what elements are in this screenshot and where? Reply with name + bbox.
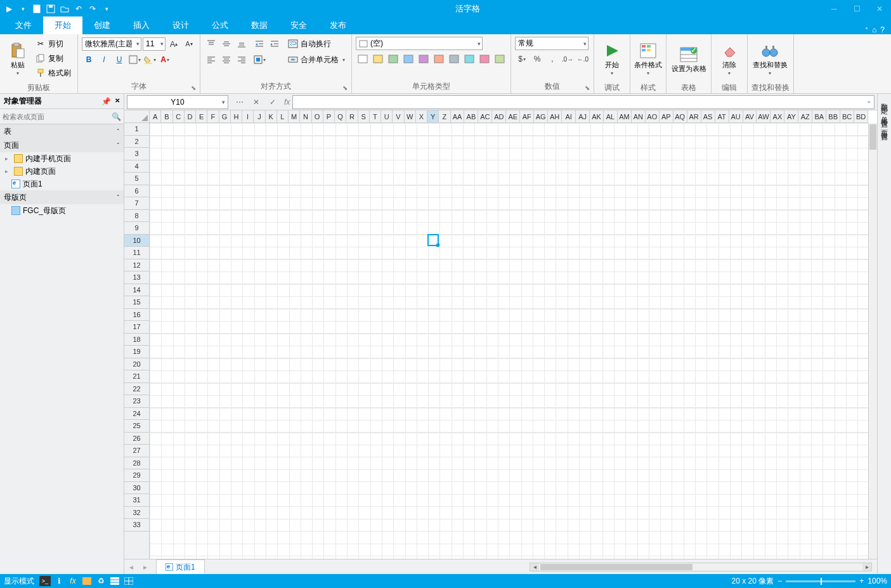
cut-button[interactable]: ✂剪切 [33, 37, 74, 51]
hscroll-right-icon[interactable]: ▸ [862, 563, 871, 571]
sheet-nav-next[interactable]: ▸ [138, 563, 152, 572]
row-header[interactable]: 12 [124, 259, 149, 272]
col-header[interactable]: I [242, 110, 254, 122]
row-header[interactable]: 21 [124, 370, 149, 383]
horizontal-scrollbar[interactable]: ◂ ▸ [530, 563, 872, 572]
search-icon[interactable]: 🔍 [108, 112, 124, 121]
row-header[interactable]: 5 [124, 173, 149, 185]
celltype-gallery-7[interactable] [462, 52, 476, 66]
undo-icon[interactable]: ↶ [72, 3, 85, 15]
spreadsheet-grid[interactable]: ABCDEFGHIJKLMNOPQRSTUVWXYZAAABACADAEAFAG… [124, 110, 877, 559]
col-header[interactable]: AJ [576, 110, 590, 122]
number-dialog-launcher[interactable]: ⬊ [585, 84, 590, 91]
name-box[interactable]: Y10 [127, 95, 228, 109]
maximize-button[interactable]: ☐ [845, 0, 868, 18]
col-header[interactable]: V [393, 110, 404, 122]
row-header[interactable]: 7 [124, 197, 149, 210]
currency-icon[interactable]: $ [515, 52, 529, 66]
status-table-icon[interactable] [109, 576, 120, 586]
align-left-icon[interactable] [204, 53, 218, 67]
row-header[interactable]: 31 [124, 494, 149, 507]
increase-font-icon[interactable]: A▴ [167, 37, 181, 51]
celltype-gallery-3[interactable] [401, 52, 415, 66]
confirm-edit-icon[interactable]: ✓ [265, 96, 280, 108]
row-header[interactable]: 30 [124, 482, 149, 495]
tree-master1[interactable]: FGC_母版页 [0, 204, 124, 217]
wrap-text-button[interactable]: 自动换行 [285, 37, 348, 51]
row-header[interactable]: 14 [124, 284, 149, 297]
run-icon[interactable]: ▶ [3, 3, 15, 15]
comma-icon[interactable]: , [545, 52, 559, 66]
col-header[interactable]: AV [743, 110, 757, 122]
row-header[interactable]: 19 [124, 346, 149, 358]
border-button[interactable] [127, 53, 141, 67]
celltype-gallery-6[interactable] [447, 52, 461, 66]
row-header[interactable]: 18 [124, 334, 149, 346]
row-header[interactable]: 25 [124, 420, 149, 433]
align-right-icon[interactable] [235, 53, 249, 67]
row-header[interactable]: 22 [124, 383, 149, 396]
col-header[interactable]: BB [826, 110, 840, 122]
minimize-button[interactable]: ─ [823, 0, 845, 18]
align-dialog-launcher[interactable]: ⬊ [342, 84, 348, 91]
col-header[interactable]: BA [812, 110, 826, 122]
font-family-select[interactable]: 微软雅黑(主题字体) [82, 37, 141, 51]
col-header[interactable]: AA [451, 110, 465, 122]
col-header[interactable]: AL [604, 110, 618, 122]
col-header[interactable]: M [289, 110, 300, 122]
copy-button[interactable]: 复制 [33, 51, 74, 65]
menu-tab-2[interactable]: 创建 [82, 16, 122, 34]
row-header[interactable]: 23 [124, 395, 149, 408]
col-header[interactable]: A [150, 110, 161, 122]
vertical-scrollbar[interactable] [868, 123, 877, 559]
help-icon[interactable]: ? [880, 25, 885, 34]
col-header[interactable]: AO [646, 110, 660, 122]
col-header[interactable]: Z [439, 110, 450, 122]
celltype-gallery-4[interactable] [417, 52, 431, 66]
col-header[interactable]: AQ [673, 110, 687, 122]
open-icon[interactable] [58, 3, 71, 15]
celltype-gallery-8[interactable] [478, 52, 491, 66]
col-header[interactable]: AE [506, 110, 520, 122]
tree-page1[interactable]: 页面1 [0, 178, 124, 190]
row-header[interactable]: 17 [124, 321, 149, 334]
col-header[interactable]: BD [854, 110, 868, 122]
col-header[interactable]: B [161, 110, 172, 122]
col-header[interactable]: P [323, 110, 335, 122]
row-header[interactable]: 33 [124, 519, 149, 532]
menu-tab-0[interactable]: 文件 [4, 16, 43, 34]
qat-more-icon[interactable]: ▾ [100, 3, 113, 15]
align-center-icon[interactable] [219, 53, 233, 67]
format-painter-button[interactable]: 格式刷 [33, 66, 74, 80]
tree-mobile-pages[interactable]: ▸内建手机页面 [0, 152, 124, 165]
redo-icon[interactable]: ↷ [86, 3, 99, 15]
col-header[interactable]: E [196, 110, 207, 122]
bold-button[interactable]: B [82, 53, 96, 67]
pin-icon[interactable]: 📌 [101, 97, 111, 106]
status-fx-icon[interactable]: fx [67, 576, 79, 586]
section-tables[interactable]: 表˄ [0, 124, 124, 138]
celltype-gallery-0[interactable] [356, 52, 370, 66]
status-console-icon[interactable]: >_ [39, 576, 51, 586]
qat-dropdown-icon[interactable]: ▾ [16, 3, 29, 15]
sheet-nav-prev[interactable]: ◂ [124, 563, 138, 572]
align-top-icon[interactable] [204, 37, 218, 51]
row-header[interactable]: 3 [124, 148, 149, 160]
col-header[interactable]: BC [840, 110, 854, 122]
right-tab-databinding[interactable]: 数据绑定 [880, 98, 889, 103]
padding-icon[interactable] [252, 53, 266, 67]
cancel-edit-icon[interactable]: ✕ [249, 96, 264, 108]
row-header[interactable]: 10 [124, 235, 149, 247]
celltype-gallery-5[interactable] [432, 52, 446, 66]
col-header[interactable]: AS [701, 110, 715, 122]
menu-tab-5[interactable]: 公式 [200, 16, 240, 34]
italic-button[interactable]: I [97, 53, 111, 67]
home-icon[interactable]: ⌂ [872, 25, 876, 34]
fill-color-button[interactable] [143, 53, 157, 67]
row-header[interactable]: 2 [124, 136, 149, 148]
row-header[interactable]: 6 [124, 185, 149, 198]
row-header[interactable]: 28 [124, 457, 149, 470]
col-header[interactable]: AG [534, 110, 548, 122]
align-middle-icon[interactable] [219, 37, 233, 51]
menu-tab-3[interactable]: 插入 [122, 16, 161, 34]
